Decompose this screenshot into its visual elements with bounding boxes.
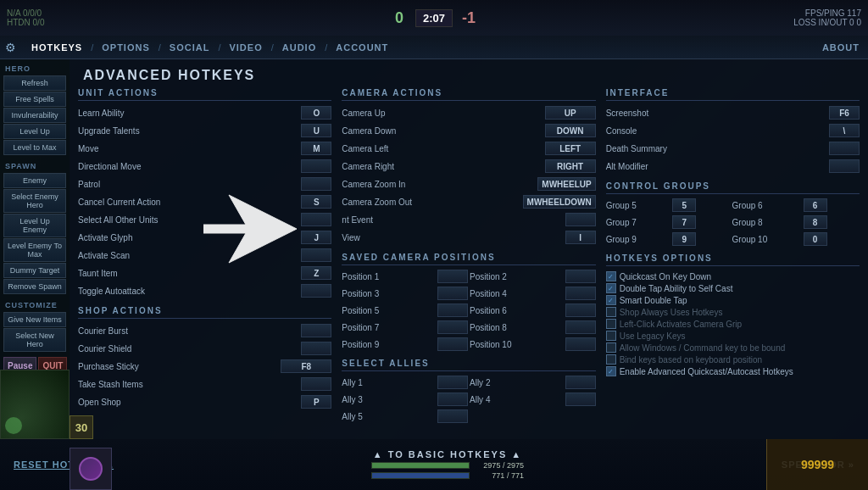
position-3: Position 3 <box>342 286 468 301</box>
level-enemy-to-max-btn[interactable]: Level Enemy To Max <box>3 238 66 262</box>
control-groups-header: CONTROL GROUPS <box>606 181 860 194</box>
position-9: Position 9 <box>342 337 468 352</box>
hp-bar-bg <box>371 462 470 469</box>
checkbox-windows-key-box[interactable] <box>606 342 616 353</box>
checkbox-double-tap[interactable]: Double Tap Ability to Self Cast <box>606 283 860 293</box>
remove-spawn-btn[interactable]: Remove Spawn <box>3 279 66 294</box>
checkbox-shop-hotkeys-box[interactable] <box>606 307 616 317</box>
tab-audio[interactable]: AUDIO <box>274 42 325 53</box>
level-up-btn[interactable]: Level Up <box>3 124 66 139</box>
checkbox-quickcast-box[interactable] <box>606 271 616 281</box>
hotkey-row-camera-zoom-out: Camera Zoom Out MWHEELDOWN <box>342 193 595 210</box>
checkbox-smart-double-tap-label: Smart Double Tap <box>620 296 687 305</box>
control-groups-grid: Group 5 5 Group 6 6 Group 7 7 Group 8 8 … <box>606 198 860 247</box>
checkbox-smart-double-tap[interactable]: Smart Double Tap <box>606 295 860 305</box>
position-6: Position 6 <box>470 303 596 318</box>
hp-bar-container: 2975 / 2975 <box>371 461 524 470</box>
hotkey-row-taunt: Taunt Item Z <box>78 264 331 281</box>
position-10: Position 10 <box>470 337 596 352</box>
camera-actions-header: CAMERA ACTIONS <box>342 88 595 101</box>
spawn-section-label: SPAWN <box>3 160 66 172</box>
checkbox-smart-double-tap-box[interactable] <box>606 295 616 305</box>
select-new-hero-btn[interactable]: Select New Hero <box>3 328 66 352</box>
gold-area: 99999 <box>766 439 868 490</box>
hotkey-row-courier-shield: Courier Shield <box>78 340 331 357</box>
give-new-items-btn[interactable]: Give New Items <box>3 312 66 327</box>
checkbox-quickcast-label: Quickcast On Key Down <box>620 272 711 281</box>
ally-5: Ally 5 <box>342 409 468 424</box>
position-1: Position 1 <box>342 269 468 284</box>
select-allies-header: SELECT ALLIES <box>342 359 595 371</box>
hero-section: HERO Refresh Free Spells Invulnerability… <box>3 63 66 155</box>
level-to-max-btn[interactable]: Level to Max <box>3 140 66 155</box>
mana-bar-fill <box>372 473 469 478</box>
interface-row-screenshot: Screenshot F6 <box>606 104 860 121</box>
hotkey-row-camera-zoom-in: Camera Zoom In MWHEELUP <box>342 175 595 192</box>
tab-social[interactable]: SOCIAL <box>161 42 219 53</box>
tab-options[interactable]: OPTIONS <box>93 42 159 53</box>
hotkey-row-camera-down: Camera Down DOWN <box>342 122 595 139</box>
spawn-section: SPAWN Enemy Select Enemy Hero Level Up E… <box>3 160 66 294</box>
position-8: Position 8 <box>470 320 596 335</box>
gold-amount: 99999 <box>801 458 834 471</box>
hotkeys-options-header: HOTKEYS OPTIONS <box>606 253 860 266</box>
hotkey-row-select-all: Select All Other Units <box>78 211 331 228</box>
checkbox-keyboard-position-label: Bind keys based on keyboard position <box>620 355 762 365</box>
progress-bars: 2975 / 2975 771 / 771 <box>371 461 524 480</box>
checkbox-windows-key-label: Allow Windows / Command key to be bound <box>620 343 786 353</box>
invulnerability-btn[interactable]: Invulnerability <box>3 108 66 123</box>
shop-actions-rows: Courier Burst Courier Shield Purchase St… <box>78 322 331 410</box>
checkbox-windows-key[interactable]: Allow Windows / Command key to be bound <box>606 342 860 353</box>
allies-grid: Ally 1 Ally 2 Ally 3 Ally 4 Ally 5 <box>342 375 595 424</box>
checkbox-advanced-quickcast[interactable]: Enable Advanced Quickcast/Autocast Hotke… <box>606 366 860 376</box>
checkbox-keyboard-position-box[interactable] <box>606 354 616 365</box>
level-up-enemy-btn[interactable]: Level Up Enemy <box>3 214 66 237</box>
checkbox-advanced-quickcast-label: Enable Advanced Quickcast/Autocast Hotke… <box>620 367 793 376</box>
bottom-center: ▲ TO BASIC HOTKEYS ▲ 2975 / 2975 771 / 7… <box>127 449 768 480</box>
level-badge: 30 <box>70 415 93 439</box>
unit-actions-rows: Learn Ability O Upgrade Talents U Move M… <box>78 104 331 299</box>
tab-video[interactable]: VIDEO <box>220 42 270 53</box>
hotkey-row-take-stash: Take Stash Items <box>78 376 331 393</box>
basic-hotkeys-btn[interactable]: ▲ TO BASIC HOTKEYS ▲ <box>373 449 522 459</box>
hotkey-row-cancel: Cancel Current Action S <box>78 193 331 210</box>
hotkey-row-view: View I <box>342 229 595 246</box>
hotkey-row-purchase-sticky: Purchase Sticky F8 <box>78 358 331 375</box>
minimap <box>0 370 70 439</box>
tab-hotkeys[interactable]: HOTKEYS <box>23 42 91 53</box>
position-5: Position 5 <box>342 303 468 318</box>
hero-portrait <box>70 448 112 490</box>
checkbox-quickcast[interactable]: Quickcast On Key Down <box>606 271 860 281</box>
dummy-target-btn[interactable]: Dummy Target <box>3 263 66 278</box>
hotkey-row-toggle-autoattack: Toggle Autoattack <box>78 282 331 299</box>
game-timer: 2:07 <box>415 9 453 27</box>
unit-actions-header: UNIT ACTIONS <box>78 88 331 101</box>
checkbox-advanced-quickcast-box[interactable] <box>606 366 616 376</box>
checkbox-double-tap-box[interactable] <box>606 283 616 293</box>
refresh-btn[interactable]: Refresh <box>3 75 66 91</box>
shop-actions-header: SHOP ACTIONS <box>78 306 331 319</box>
interface-row-alt-modifier: Alt Modifier <box>606 158 860 175</box>
main-panel: ADVANCED HOTKEYS UNIT ACTIONS Learn Abil… <box>70 59 868 439</box>
hp-bar-fill <box>372 463 469 468</box>
checkbox-keyboard-position[interactable]: Bind keys based on keyboard position <box>606 354 860 365</box>
checkbox-camera-grip-box[interactable] <box>606 319 616 329</box>
checkbox-legacy-keys-box[interactable] <box>606 331 616 341</box>
position-4: Position 4 <box>470 286 596 301</box>
enemy-btn[interactable]: Enemy <box>3 173 66 188</box>
select-enemy-hero-btn[interactable]: Select Enemy Hero <box>3 189 66 213</box>
checkbox-shop-hotkeys[interactable]: Shop Always Uses Hotkeys <box>606 307 860 317</box>
free-spells-btn[interactable]: Free Spells <box>3 92 66 107</box>
top-bar-left: N/A 0/0/0HTDN 0/0 <box>0 8 51 27</box>
checkbox-legacy-keys[interactable]: Use Legacy Keys <box>606 331 860 341</box>
player-info: N/A 0/0/0HTDN 0/0 <box>7 8 44 27</box>
checkbox-double-tap-label: Double Tap Ability to Self Cast <box>620 284 733 293</box>
hotkey-row-camera-up: Camera Up UP <box>342 104 595 121</box>
interface-header: INTERFACE <box>606 88 860 101</box>
score-radiant: 0 <box>387 9 412 27</box>
tab-about[interactable]: ABOUT <box>822 42 860 53</box>
tab-account[interactable]: ACCOUNT <box>327 42 397 53</box>
hotkey-row-open-shop: Open Shop P <box>78 393 331 410</box>
checkbox-camera-grip[interactable]: Left-Click Activates Camera Grip <box>606 319 860 329</box>
checkbox-legacy-keys-label: Use Legacy Keys <box>620 331 686 341</box>
